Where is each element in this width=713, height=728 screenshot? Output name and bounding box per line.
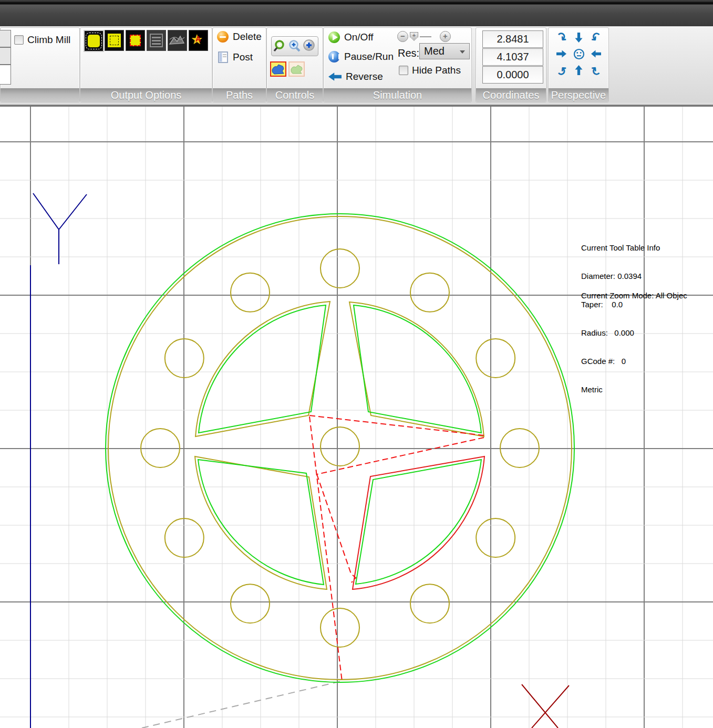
delete-button[interactable]: Delete xyxy=(217,31,262,43)
toolbar-group-controls: Controls xyxy=(266,27,323,102)
rotate-ccw-down-icon[interactable]: ↶ xyxy=(588,29,604,45)
rapid-move-path xyxy=(309,415,484,435)
info-line: Diameter: 0.0394 xyxy=(581,272,660,281)
tilt-down-icon[interactable] xyxy=(574,33,584,43)
info-line: GCode #: 0 xyxy=(581,357,660,366)
rotate-ccw-up-icon[interactable]: ↶ xyxy=(588,62,604,78)
partial-input-3[interactable] xyxy=(0,65,11,85)
drawing-canvas[interactable]: Current Tool Table Info Diameter: 0.0394… xyxy=(0,107,713,728)
group-label-controls: Controls xyxy=(267,88,323,102)
toolbar-group-output-options: ★ A Output Options xyxy=(80,27,212,102)
pause-run-button[interactable]: Pause/Run xyxy=(328,51,394,63)
res-dropdown[interactable]: Med xyxy=(419,43,470,59)
y-axis-label xyxy=(59,194,87,230)
toolbar-group-coordinates: 2.8481 4.1037 0.0000 Coordinates xyxy=(476,27,546,102)
partial-input-2[interactable] xyxy=(0,47,11,65)
slider-minus-button[interactable]: − xyxy=(397,31,408,42)
zoom-window-icon[interactable] xyxy=(273,39,287,54)
reverse-label: Reverse xyxy=(346,71,383,82)
rapid-move-path xyxy=(317,438,484,474)
toolbar-bottom-edge xyxy=(0,103,713,107)
fill-red-outline-icon[interactable] xyxy=(126,30,145,51)
letter-a-glyph: A xyxy=(195,35,201,43)
delete-label: Delete xyxy=(233,31,262,43)
info-line: Radius: 0.000 xyxy=(581,328,660,338)
fill-dashed-icon[interactable] xyxy=(105,30,124,51)
bolt-hole xyxy=(476,518,515,557)
toolbar-group-simulation: On/Off Pause/Run Reverse − + + Res: Med … xyxy=(323,27,472,102)
bolt-hole xyxy=(231,273,270,312)
application-window: { "toolbar": { "left_group": {"label": "… xyxy=(0,0,713,728)
text-art-icon[interactable]: ★ A xyxy=(189,30,208,51)
pan-region-icon[interactable] xyxy=(270,61,286,77)
pan-right-icon[interactable] xyxy=(556,49,566,59)
dashed-inner-outline xyxy=(110,36,119,45)
blue-region-glyph xyxy=(271,63,285,76)
zoom-plus-icon[interactable] xyxy=(302,39,317,54)
bolt-hole xyxy=(410,584,449,623)
list-bar xyxy=(152,37,161,38)
title-bar xyxy=(0,0,713,26)
group-label-simulation: Simulation xyxy=(324,88,471,102)
image-icon[interactable] xyxy=(168,30,187,51)
info-line: Taper: 0.0 xyxy=(581,300,660,309)
trace-line xyxy=(142,681,341,728)
x-axis-label xyxy=(522,684,558,728)
pause-bars xyxy=(332,54,340,59)
info-line: Metric xyxy=(581,385,660,394)
climb-mill-checkbox[interactable]: Climb Mill xyxy=(14,34,70,46)
coordinate-z-field[interactable]: 0.0000 xyxy=(482,66,543,84)
climb-mill-checkbox-box[interactable] xyxy=(14,35,24,45)
coordinate-y-field[interactable]: 4.1037 xyxy=(482,48,543,66)
delete-minus-icon xyxy=(217,31,229,43)
zoom-button-cluster xyxy=(271,36,318,56)
group-label-paths: Paths xyxy=(213,88,266,102)
slider-track[interactable] xyxy=(420,36,431,37)
slider-plus-button[interactable]: + xyxy=(440,31,451,42)
post-label: Post xyxy=(233,51,253,63)
bolt-hole xyxy=(410,273,449,312)
text-lines-icon[interactable] xyxy=(147,30,166,51)
blade-outline-top-left xyxy=(195,301,330,436)
on-off-label: On/Off xyxy=(344,32,374,43)
tilt-up-icon[interactable] xyxy=(574,65,584,75)
perspective-arrow-grid: ↷ ↶ ↷ ↶ xyxy=(553,29,605,78)
rotate-cw-up-icon[interactable]: ↷ xyxy=(554,62,570,78)
pan-region-alt-icon[interactable] xyxy=(288,61,305,77)
drawing-viewport[interactable] xyxy=(0,107,713,728)
reverse-arrow-icon xyxy=(328,72,342,81)
pause-run-label: Pause/Run xyxy=(344,51,394,63)
res-dropdown-value: Med xyxy=(424,45,445,57)
post-document-icon xyxy=(218,51,229,63)
dashed-white-outline xyxy=(86,33,102,49)
post-button[interactable]: Post xyxy=(218,51,253,63)
speed-slider: − + + xyxy=(397,31,451,42)
blade-outline-bottom-right xyxy=(353,456,484,589)
res-label: Res: xyxy=(398,47,419,59)
group-label-output-options: Output Options xyxy=(80,88,212,102)
list-bar xyxy=(152,43,161,45)
on-off-button[interactable]: On/Off xyxy=(328,32,374,43)
tool-info-panel: Current Tool Table Info Diameter: 0.0394… xyxy=(581,224,660,413)
hide-paths-checkbox-box[interactable] xyxy=(399,66,408,75)
coordinate-x-field[interactable]: 2.8481 xyxy=(482,30,543,48)
ribbon-toolbar: Climb Mill ★ A xyxy=(0,26,713,103)
mountains-glyph xyxy=(168,30,185,49)
green-region-glyph xyxy=(290,63,304,76)
group-label-left xyxy=(1,88,79,102)
climb-mill-label: Climb Mill xyxy=(27,34,70,46)
minus-bar xyxy=(220,36,226,38)
toolbar-group-paths: Delete Post Paths xyxy=(212,27,266,102)
play-triangle xyxy=(333,34,338,40)
reverse-button[interactable]: Reverse xyxy=(328,71,383,82)
info-line: Current Tool Table Info xyxy=(581,243,660,253)
hide-paths-checkbox[interactable]: Hide Paths xyxy=(399,65,461,76)
fill-solid-icon[interactable] xyxy=(84,30,104,52)
partial-input-1[interactable] xyxy=(0,30,11,47)
rotate-cw-down-icon[interactable]: ↷ xyxy=(554,29,570,45)
reset-view-smiley-icon[interactable] xyxy=(573,48,585,60)
slider-handle[interactable]: + xyxy=(410,32,418,41)
zoom-in-icon[interactable] xyxy=(287,39,302,54)
group-label-coordinates: Coordinates xyxy=(476,88,546,102)
pan-left-icon[interactable] xyxy=(591,49,601,59)
